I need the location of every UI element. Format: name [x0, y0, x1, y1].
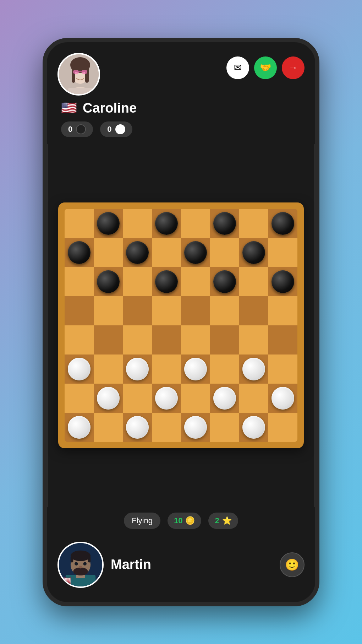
black-piece[interactable]	[242, 241, 265, 264]
martin-info: Martin	[111, 557, 151, 572]
board-cell[interactable]	[268, 238, 297, 267]
board-cell[interactable]	[94, 209, 123, 238]
black-piece-indicator	[76, 124, 86, 134]
board-cell[interactable]	[181, 325, 210, 355]
board-cell[interactable]	[268, 413, 297, 442]
board-cell[interactable]	[181, 267, 210, 296]
black-piece[interactable]	[68, 241, 90, 264]
bottom-section: 🇺🇸 Martin 🙂	[47, 535, 315, 602]
board-cell[interactable]	[152, 238, 181, 267]
board-cell[interactable]	[181, 413, 210, 442]
board-cell[interactable]	[210, 384, 239, 413]
board-cell[interactable]	[94, 238, 123, 267]
board-cell[interactable]	[123, 413, 152, 442]
board-cell[interactable]	[210, 413, 239, 442]
board-cell[interactable]	[94, 267, 123, 296]
mail-button[interactable]: ✉	[226, 56, 249, 79]
board-cell[interactable]	[65, 238, 94, 267]
board-cell[interactable]	[123, 355, 152, 384]
black-piece[interactable]	[213, 212, 236, 235]
white-piece[interactable]	[97, 387, 120, 410]
board-cell[interactable]	[239, 413, 268, 442]
board-cell[interactable]	[181, 238, 210, 267]
svg-rect-11	[59, 54, 100, 96]
board-cell[interactable]	[123, 209, 152, 238]
board-cell[interactable]	[94, 296, 123, 325]
black-piece[interactable]	[97, 270, 120, 293]
board-cell[interactable]	[181, 209, 210, 238]
board-cell[interactable]	[123, 267, 152, 296]
board-cell[interactable]	[65, 296, 94, 325]
checkerboard[interactable]	[65, 209, 297, 442]
handshake-button[interactable]: 🤝	[254, 56, 277, 79]
white-piece[interactable]	[68, 358, 90, 380]
board-cell[interactable]	[239, 355, 268, 384]
emoji-button[interactable]: 🙂	[280, 552, 305, 577]
white-piece[interactable]	[126, 416, 149, 439]
board-cell[interactable]	[210, 325, 239, 355]
board-cell[interactable]	[181, 384, 210, 413]
white-piece[interactable]	[184, 358, 207, 380]
board-cell[interactable]	[94, 325, 123, 355]
white-piece[interactable]	[242, 358, 265, 380]
white-piece[interactable]	[272, 387, 294, 410]
board-cell[interactable]	[268, 384, 297, 413]
black-piece[interactable]	[213, 270, 236, 293]
white-piece[interactable]	[126, 358, 149, 380]
board-cell[interactable]	[268, 355, 297, 384]
black-piece[interactable]	[155, 270, 178, 293]
white-piece[interactable]	[242, 416, 265, 439]
board-cell[interactable]	[152, 325, 181, 355]
caroline-avatar	[57, 53, 100, 96]
white-piece[interactable]	[155, 387, 178, 410]
forward-button[interactable]: →	[282, 56, 305, 79]
board-cell[interactable]	[123, 238, 152, 267]
board-cell[interactable]	[210, 267, 239, 296]
board-cell[interactable]	[152, 296, 181, 325]
board-cell[interactable]	[65, 413, 94, 442]
board-cell[interactable]	[210, 296, 239, 325]
board-cell[interactable]	[239, 384, 268, 413]
board-cell[interactable]	[268, 267, 297, 296]
white-piece[interactable]	[213, 387, 236, 410]
black-piece[interactable]	[97, 212, 120, 235]
stars-value: 2	[215, 516, 219, 525]
board-cell[interactable]	[268, 325, 297, 355]
board-cell[interactable]	[181, 296, 210, 325]
board-cell[interactable]	[239, 238, 268, 267]
board-cell[interactable]	[152, 355, 181, 384]
white-piece[interactable]	[68, 416, 90, 439]
board-cell[interactable]	[65, 267, 94, 296]
board-cell[interactable]	[239, 209, 268, 238]
board-cell[interactable]	[94, 355, 123, 384]
board-cell[interactable]	[65, 325, 94, 355]
board-cell[interactable]	[152, 209, 181, 238]
black-piece[interactable]	[155, 212, 178, 235]
board-cell[interactable]	[152, 413, 181, 442]
board-cell[interactable]	[181, 355, 210, 384]
black-piece[interactable]	[272, 270, 294, 293]
board-cell[interactable]	[239, 325, 268, 355]
emoji-icon: 🙂	[285, 558, 299, 572]
board-cell[interactable]	[210, 238, 239, 267]
board-cell[interactable]	[210, 355, 239, 384]
board-cell[interactable]	[152, 384, 181, 413]
board-cell[interactable]	[65, 384, 94, 413]
board-cell[interactable]	[239, 296, 268, 325]
board-cell[interactable]	[123, 384, 152, 413]
board-cell[interactable]	[94, 384, 123, 413]
black-piece[interactable]	[184, 241, 207, 264]
black-piece[interactable]	[272, 212, 294, 235]
board-cell[interactable]	[65, 209, 94, 238]
white-piece[interactable]	[184, 416, 207, 439]
board-cell[interactable]	[239, 267, 268, 296]
board-cell[interactable]	[123, 296, 152, 325]
board-cell[interactable]	[210, 209, 239, 238]
board-cell[interactable]	[123, 325, 152, 355]
board-cell[interactable]	[152, 267, 181, 296]
black-piece[interactable]	[126, 241, 149, 264]
board-cell[interactable]	[94, 413, 123, 442]
board-cell[interactable]	[268, 209, 297, 238]
board-cell[interactable]	[65, 355, 94, 384]
board-cell[interactable]	[268, 296, 297, 325]
